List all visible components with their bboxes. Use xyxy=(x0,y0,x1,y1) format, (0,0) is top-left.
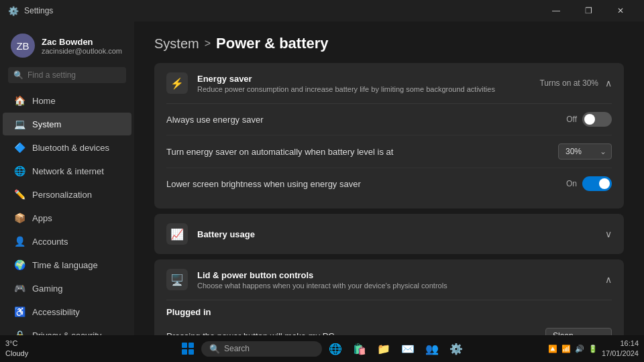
taskbar-left: 3°C Cloudy xyxy=(5,339,28,359)
sidebar-label-apps: Apps xyxy=(32,213,52,223)
sidebar-item-accounts[interactable]: 👤 Accounts xyxy=(3,230,131,253)
clock-time: 16:14 xyxy=(602,339,639,349)
sidebar-item-system[interactable]: 💻 System xyxy=(3,113,131,135)
energy-saver-status: Turns on at 30% xyxy=(539,78,598,88)
taskbar-app-mail[interactable]: ✉️ xyxy=(397,338,419,359)
accounts-icon: 👤 xyxy=(13,235,25,247)
sidebar-item-privacy[interactable]: 🔒 Privacy & security xyxy=(3,324,131,335)
taskbar-clock[interactable]: 16:14 17/01/2024 xyxy=(602,339,639,359)
windows-logo xyxy=(182,343,194,355)
sidebar-label-accounts: Accounts xyxy=(32,237,68,247)
battery-level-label: Turn energy saver on automatically when … xyxy=(166,147,558,157)
tray-audio[interactable]: 🔊 xyxy=(575,345,584,353)
accessibility-icon: ♿ xyxy=(13,306,25,318)
taskbar-right: 🔼 📶 🔊 🔋 16:14 17/01/2024 xyxy=(548,339,639,359)
lid-power-card: 🖥️ Lid & power button controls Choose wh… xyxy=(154,259,624,335)
weather-temp: 3°C xyxy=(5,339,28,349)
always-energy-label: Always use energy saver xyxy=(166,115,566,125)
sidebar-label-home: Home xyxy=(32,96,56,106)
battery-level-row: Turn energy saver on automatically when … xyxy=(166,135,612,168)
lower-brightness-toggle-label: On xyxy=(566,179,577,188)
breadcrumb: System > Power & battery xyxy=(154,35,624,52)
sidebar-item-time[interactable]: 🌍 Time & language xyxy=(3,253,131,276)
breadcrumb-sep: > xyxy=(205,38,211,50)
plugged-power-row: Pressing the power button will make my P… xyxy=(166,320,612,335)
page-title: Power & battery xyxy=(216,35,329,52)
toggle-knob-brightness xyxy=(599,178,610,189)
sidebar-item-home[interactable]: 🏠 Home xyxy=(3,89,131,112)
lid-power-title: Lid & power button controls xyxy=(197,270,605,280)
energy-saver-icon: ⚡ xyxy=(166,72,188,94)
taskbar-app-edge[interactable]: 🌐 xyxy=(325,338,346,359)
battery-usage-card: 📈 Battery usage ∨ xyxy=(154,214,624,254)
bluetooth-icon: 🔷 xyxy=(13,141,25,154)
always-energy-row: Always use energy saver Off xyxy=(166,104,612,135)
energy-saver-header[interactable]: ⚡ Energy saver Reduce power consumption … xyxy=(154,63,624,103)
always-energy-toggle[interactable] xyxy=(582,112,612,127)
battery-usage-chevron: ∨ xyxy=(605,229,612,239)
sidebar-item-gaming[interactable]: 🎮 Gaming xyxy=(3,277,131,300)
taskbar: 3°C Cloudy 🔍 Search 🌐 🛍️ 📁 ✉️ 👥 ⚙️ 🔼 📶 🔊… xyxy=(0,335,644,362)
sidebar-label-accessibility: Accessibility xyxy=(32,307,80,317)
nav-list: 🏠 Home 💻 System 🔷 Bluetooth & devices 🌐 … xyxy=(0,88,134,335)
sidebar-label-personalization: Personalization xyxy=(32,190,92,200)
start-button[interactable] xyxy=(177,338,199,359)
avatar: ZB xyxy=(11,34,35,58)
titlebar-title: Settings xyxy=(24,6,53,15)
sidebar-item-accessibility[interactable]: ♿ Accessibility xyxy=(3,300,131,323)
sidebar-item-network[interactable]: 🌐 Network & internet xyxy=(3,160,131,182)
battery-usage-title: Battery usage xyxy=(197,229,605,239)
plugged-power-dropdown[interactable]: Sleep Hibernate Shut down Do nothing xyxy=(545,328,612,335)
sidebar-item-personalization[interactable]: ✏️ Personalization xyxy=(3,183,131,206)
sidebar-label-time: Time & language xyxy=(32,260,98,270)
apps-icon: 📦 xyxy=(13,212,25,224)
personalization-icon: ✏️ xyxy=(13,188,25,200)
search-input[interactable] xyxy=(28,70,128,80)
lid-power-header[interactable]: 🖥️ Lid & power button controls Choose wh… xyxy=(154,259,624,300)
taskbar-app-store[interactable]: 🛍️ xyxy=(349,338,370,359)
taskbar-app-files[interactable]: 📁 xyxy=(373,338,394,359)
lid-power-icon: 🖥️ xyxy=(166,269,188,290)
plugged-power-dropdown-wrapper: Sleep Hibernate Shut down Do nothing xyxy=(545,328,612,335)
user-email: zacinsider@outlook.com xyxy=(42,47,122,55)
settings-icon: ⚙️ xyxy=(8,6,19,16)
lid-power-subtitle: Choose what happens when you interact wi… xyxy=(197,282,605,290)
clock-date: 17/01/2024 xyxy=(602,349,639,359)
titlebar: ⚙️ Settings — ❐ ✕ xyxy=(0,0,644,21)
sidebar-item-bluetooth[interactable]: 🔷 Bluetooth & devices xyxy=(3,136,131,159)
lower-brightness-label: Lower screen brightness when using energ… xyxy=(166,179,566,189)
lower-brightness-row: Lower screen brightness when using energ… xyxy=(166,168,612,199)
energy-saver-title: Energy saver xyxy=(197,74,539,84)
toggle-knob xyxy=(584,114,595,125)
tray-battery[interactable]: 🔋 xyxy=(588,345,598,353)
sidebar: ZB Zac Bowden zacinsider@outlook.com 🔍 🏠… xyxy=(0,21,134,335)
always-energy-toggle-label: Off xyxy=(566,115,577,124)
taskbar-app-settings[interactable]: ⚙️ xyxy=(445,338,467,359)
taskbar-search[interactable]: 🔍 Search xyxy=(201,341,322,357)
close-button[interactable]: ✕ xyxy=(605,0,636,21)
privacy-icon: 🔒 xyxy=(13,329,25,335)
battery-usage-icon: 📈 xyxy=(166,223,188,245)
taskbar-search-icon: 🔍 xyxy=(209,344,220,354)
tray-wifi[interactable]: 📶 xyxy=(561,345,571,353)
sidebar-item-apps[interactable]: 📦 Apps xyxy=(3,206,131,229)
battery-level-dropdown[interactable]: 30% 10% 20% 40% 50% xyxy=(558,143,612,160)
battery-usage-header[interactable]: 📈 Battery usage ∨ xyxy=(154,214,624,254)
user-profile: ZB Zac Bowden zacinsider@outlook.com xyxy=(0,27,134,67)
energy-saver-card: ⚡ Energy saver Reduce power consumption … xyxy=(154,63,624,208)
sidebar-label-system: System xyxy=(32,119,61,129)
taskbar-search-label: Search xyxy=(224,344,250,353)
sidebar-label-bluetooth: Bluetooth & devices xyxy=(32,143,109,153)
battery-level-dropdown-wrapper: 30% 10% 20% 40% 50% xyxy=(558,143,612,160)
weather-condition: Cloudy xyxy=(5,349,28,359)
tray-arrow[interactable]: 🔼 xyxy=(548,345,557,353)
home-icon: 🏠 xyxy=(13,95,25,107)
lower-brightness-toggle[interactable] xyxy=(582,176,612,191)
minimize-button[interactable]: — xyxy=(541,0,572,21)
maximize-button[interactable]: ❐ xyxy=(573,0,604,21)
search-box[interactable]: 🔍 xyxy=(8,67,126,83)
gaming-icon: 🎮 xyxy=(13,282,25,294)
taskbar-app-teams[interactable]: 👥 xyxy=(421,338,443,359)
content-area: System > Power & battery ⚡ Energy saver … xyxy=(134,21,644,335)
energy-saver-chevron: ∧ xyxy=(605,78,612,88)
